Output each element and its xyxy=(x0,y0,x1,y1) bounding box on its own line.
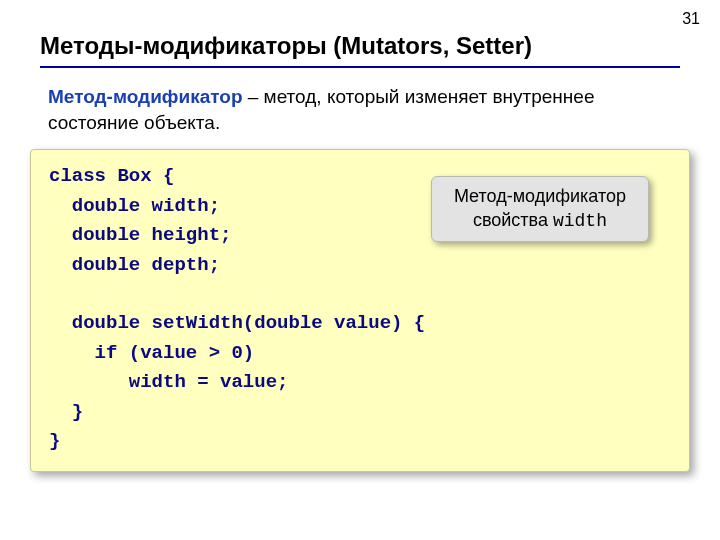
code-block: class Box { double width; double height;… xyxy=(30,149,690,471)
callout-line2-prefix: свойства xyxy=(473,210,553,230)
callout-line1: Метод-модификатор xyxy=(454,185,626,208)
callout-line2-mono: width xyxy=(553,211,607,231)
callout-box: Метод-модификатор свойства width xyxy=(431,176,649,242)
title-underline xyxy=(40,66,680,68)
page-number: 31 xyxy=(682,10,700,28)
definition-text: Метод-модификатор – метод, который измен… xyxy=(0,84,720,149)
slide-title: Методы-модификаторы (Mutators, Setter) xyxy=(0,0,720,66)
callout-line2: свойства width xyxy=(454,209,626,233)
definition-term: Метод-модификатор xyxy=(48,86,243,107)
